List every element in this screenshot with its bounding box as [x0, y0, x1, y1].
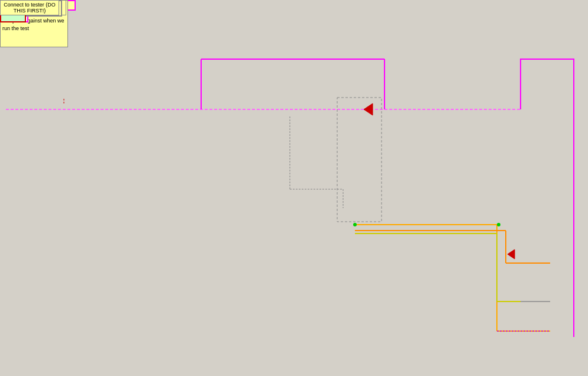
wire-overlay: [0, 0, 588, 376]
svg-point-10: [497, 223, 500, 226]
svg-marker-17: [364, 103, 373, 115]
svg-point-11: [353, 223, 357, 226]
error-wires: [0, 0, 588, 376]
svg-rect-20: [337, 98, 382, 222]
connect-tester-label: Connect to tester (DO THIS FIRST!): [0, 0, 59, 15]
svg-marker-18: [508, 249, 515, 259]
canvas: CableEye.lvclass INIT Turn off all LEDs …: [0, 0, 588, 376]
